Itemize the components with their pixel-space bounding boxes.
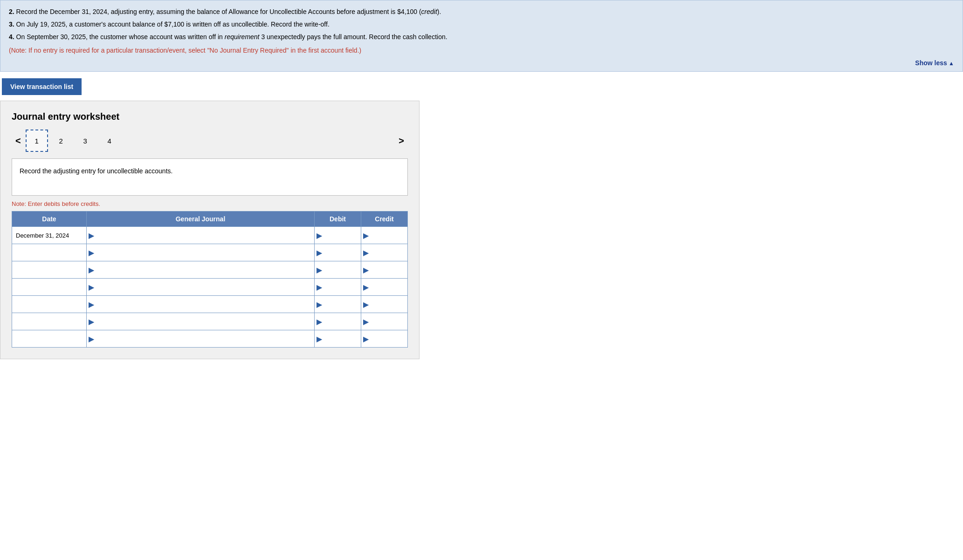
col-header-debit: Debit bbox=[315, 212, 361, 227]
tab-1[interactable]: 1 bbox=[26, 130, 48, 152]
cell-debit-5[interactable]: ▶ bbox=[315, 313, 361, 330]
cell-debit-2[interactable]: ▶ bbox=[315, 261, 361, 279]
cell-date-0[interactable] bbox=[12, 227, 87, 244]
show-less-link[interactable]: Show less ▲ bbox=[9, 59, 954, 67]
cell-general-1[interactable]: ▶ bbox=[87, 244, 315, 261]
tab-3[interactable]: 3 bbox=[74, 130, 96, 152]
date-input-6[interactable] bbox=[12, 330, 86, 347]
arrow-general-icon-0: ▶ bbox=[87, 231, 96, 240]
cell-general-2[interactable]: ▶ bbox=[87, 261, 315, 279]
arrow-credit-icon-1: ▶ bbox=[361, 248, 371, 257]
credit-input-4[interactable] bbox=[371, 296, 407, 313]
tabs-row: < 1 2 3 4 > bbox=[12, 130, 408, 152]
cell-credit-3[interactable]: ▶ bbox=[361, 279, 408, 296]
debit-input-6[interactable] bbox=[324, 330, 361, 347]
cell-credit-4[interactable]: ▶ bbox=[361, 296, 408, 313]
arrow-credit-icon-2: ▶ bbox=[361, 266, 371, 274]
cell-credit-0[interactable]: ▶ bbox=[361, 227, 408, 244]
arrow-credit-icon-4: ▶ bbox=[361, 300, 371, 309]
arrow-debit-icon-6: ▶ bbox=[315, 335, 324, 343]
debit-input-0[interactable] bbox=[324, 227, 361, 244]
cell-general-0[interactable]: ▶ bbox=[87, 227, 315, 244]
cell-general-5[interactable]: ▶ bbox=[87, 313, 315, 330]
table-row: ▶▶▶ bbox=[12, 244, 408, 261]
general-journal-input-1[interactable] bbox=[96, 244, 314, 261]
cell-debit-6[interactable]: ▶ bbox=[315, 330, 361, 348]
arrow-debit-icon-5: ▶ bbox=[315, 317, 324, 326]
col-header-credit: Credit bbox=[361, 212, 408, 227]
date-input-4[interactable] bbox=[12, 296, 86, 313]
debit-input-1[interactable] bbox=[324, 244, 361, 261]
cell-debit-0[interactable]: ▶ bbox=[315, 227, 361, 244]
arrow-credit-icon-3: ▶ bbox=[361, 283, 371, 292]
worksheet-container: Journal entry worksheet < 1 2 3 4 > Reco… bbox=[0, 101, 420, 359]
table-row: ▶▶▶ bbox=[12, 313, 408, 330]
cell-general-6[interactable]: ▶ bbox=[87, 330, 315, 348]
debit-input-5[interactable] bbox=[324, 313, 361, 330]
col-header-general-journal: General Journal bbox=[87, 212, 315, 227]
general-journal-input-2[interactable] bbox=[96, 261, 314, 278]
arrow-general-icon-4: ▶ bbox=[87, 300, 96, 309]
debit-input-4[interactable] bbox=[324, 296, 361, 313]
cell-date-1[interactable] bbox=[12, 244, 87, 261]
credit-input-2[interactable] bbox=[371, 261, 407, 278]
arrow-debit-icon-4: ▶ bbox=[315, 300, 324, 309]
cell-general-3[interactable]: ▶ bbox=[87, 279, 315, 296]
date-input-3[interactable] bbox=[12, 279, 86, 295]
cell-debit-1[interactable]: ▶ bbox=[315, 244, 361, 261]
cell-credit-5[interactable]: ▶ bbox=[361, 313, 408, 330]
credit-input-1[interactable] bbox=[371, 244, 407, 261]
credit-input-0[interactable] bbox=[371, 227, 407, 244]
instruction-item-4: 4. On September 30, 2025, the customer w… bbox=[9, 32, 954, 42]
description-box: Record the adjusting entry for uncollect… bbox=[12, 158, 408, 196]
show-less-arrow-icon: ▲ bbox=[947, 60, 954, 67]
debit-input-3[interactable] bbox=[324, 279, 361, 295]
general-journal-input-3[interactable] bbox=[96, 279, 314, 295]
general-journal-input-4[interactable] bbox=[96, 296, 314, 313]
cell-credit-1[interactable]: ▶ bbox=[361, 244, 408, 261]
cell-credit-2[interactable]: ▶ bbox=[361, 261, 408, 279]
cell-debit-3[interactable]: ▶ bbox=[315, 279, 361, 296]
arrow-general-icon-1: ▶ bbox=[87, 248, 96, 257]
cell-general-4[interactable]: ▶ bbox=[87, 296, 315, 313]
date-input-5[interactable] bbox=[12, 313, 86, 330]
table-row: ▶▶▶ bbox=[12, 227, 408, 244]
tab-2[interactable]: 2 bbox=[50, 130, 72, 152]
cell-date-2[interactable] bbox=[12, 261, 87, 279]
cell-debit-4[interactable]: ▶ bbox=[315, 296, 361, 313]
general-journal-input-0[interactable] bbox=[96, 227, 314, 244]
tab-4[interactable]: 4 bbox=[98, 130, 121, 152]
arrow-debit-icon-0: ▶ bbox=[315, 231, 324, 240]
general-journal-input-5[interactable] bbox=[96, 313, 314, 330]
cell-credit-6[interactable]: ▶ bbox=[361, 330, 408, 348]
credit-input-3[interactable] bbox=[371, 279, 407, 295]
table-row: ▶▶▶ bbox=[12, 330, 408, 348]
debit-input-2[interactable] bbox=[324, 261, 361, 278]
cell-date-5[interactable] bbox=[12, 313, 87, 330]
arrow-credit-icon-0: ▶ bbox=[361, 231, 371, 240]
table-row: ▶▶▶ bbox=[12, 261, 408, 279]
table-header-row: Date General Journal Debit Credit bbox=[12, 212, 408, 227]
cell-date-4[interactable] bbox=[12, 296, 87, 313]
worksheet-title: Journal entry worksheet bbox=[12, 111, 408, 122]
credit-input-5[interactable] bbox=[371, 313, 407, 330]
arrow-general-icon-3: ▶ bbox=[87, 283, 96, 292]
view-transaction-button[interactable]: View transaction list bbox=[2, 78, 82, 95]
arrow-general-icon-5: ▶ bbox=[87, 317, 96, 326]
cell-date-3[interactable] bbox=[12, 279, 87, 296]
general-journal-input-6[interactable] bbox=[96, 330, 314, 347]
table-row: ▶▶▶ bbox=[12, 296, 408, 313]
table-row: ▶▶▶ bbox=[12, 279, 408, 296]
date-input-0[interactable] bbox=[12, 227, 86, 244]
cell-date-6[interactable] bbox=[12, 330, 87, 348]
arrow-debit-icon-3: ▶ bbox=[315, 283, 324, 292]
next-tab-button[interactable]: > bbox=[395, 135, 408, 147]
prev-tab-button[interactable]: < bbox=[12, 135, 25, 147]
instruction-item-3: 3. On July 19, 2025, a customer's accoun… bbox=[9, 20, 954, 29]
arrow-debit-icon-2: ▶ bbox=[315, 266, 324, 274]
instructions-box: 2. Record the December 31, 2024, adjusti… bbox=[0, 0, 963, 72]
credit-input-6[interactable] bbox=[371, 330, 407, 347]
date-input-2[interactable] bbox=[12, 261, 86, 278]
arrow-debit-icon-1: ▶ bbox=[315, 248, 324, 257]
date-input-1[interactable] bbox=[12, 244, 86, 261]
